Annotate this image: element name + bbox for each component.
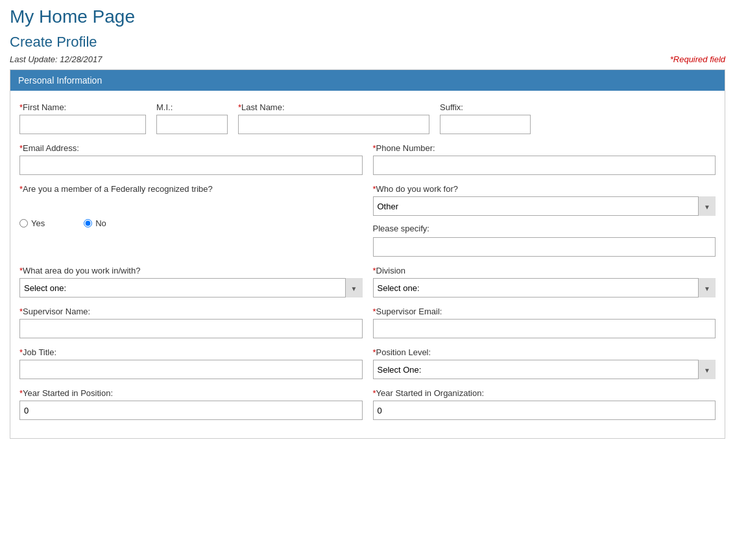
section-header: Personal Information	[10, 70, 725, 91]
no-radio-item: No	[84, 218, 106, 228]
year-position-group: *Year Started in Position:	[19, 388, 363, 420]
mi-label: M.I.:	[156, 102, 228, 112]
job-title-input[interactable]	[19, 360, 363, 379]
form-container: Personal Information *First Name: M.I.: …	[10, 69, 725, 439]
division-group: *Division Select one: Division 1 Divisio…	[373, 266, 716, 298]
form-body: *First Name: M.I.: *Last Name: Suffix: *…	[10, 91, 725, 438]
phone-input[interactable]	[373, 156, 716, 175]
area-label: *What area do you work in/with?	[19, 266, 363, 275]
no-radio[interactable]	[84, 219, 92, 228]
suffix-input[interactable]	[440, 115, 531, 134]
position-level-select-wrapper: Select One: Entry Level Mid Level Senior…	[373, 360, 716, 379]
last-name-input[interactable]	[238, 115, 429, 134]
phone-group: *Phone Number:	[373, 143, 716, 175]
first-name-label: *First Name:	[19, 102, 146, 112]
required-note: *Required field	[670, 54, 725, 64]
position-level-select[interactable]: Select One: Entry Level Mid Level Senior…	[373, 360, 716, 379]
mi-input[interactable]	[156, 115, 228, 134]
job-position-row: *Job Title: *Position Level: Select One:…	[19, 347, 716, 379]
suffix-group: Suffix:	[440, 102, 531, 134]
supervisor-name-input[interactable]	[19, 319, 363, 338]
supervisor-email-input[interactable]	[373, 319, 716, 338]
supervisor-name-label: *Supervisor Name:	[19, 307, 363, 316]
supervisor-email-label: *Supervisor Email:	[373, 307, 716, 316]
division-select-wrapper: Select one: Division 1 Division 2 Divisi…	[373, 278, 716, 298]
tribe-group: *Are you a member of a Federally recogni…	[19, 184, 363, 231]
no-label: No	[95, 218, 106, 228]
mi-group: M.I.:	[156, 102, 228, 134]
year-row: *Year Started in Position: *Year Started…	[19, 388, 716, 420]
email-label: *Email Address:	[19, 143, 363, 153]
year-org-group: *Year Started in Organization:	[373, 388, 716, 420]
supervisor-row: *Supervisor Name: *Supervisor Email:	[19, 307, 716, 338]
tribe-work-row: *Are you a member of a Federally recogni…	[19, 184, 716, 257]
job-title-label: *Job Title:	[19, 347, 363, 357]
tribe-radio-row: Yes No	[19, 216, 363, 231]
supervisor-email-group: *Supervisor Email:	[373, 307, 716, 338]
yes-label: Yes	[31, 218, 45, 228]
phone-label: *Phone Number:	[373, 143, 716, 153]
work-for-group: *Who do you work for? Other Federal Agen…	[373, 184, 716, 257]
year-position-label: *Year Started in Position:	[19, 388, 363, 398]
supervisor-name-group: *Supervisor Name:	[19, 307, 363, 338]
work-for-select[interactable]: Other Federal Agency Tribal Government S…	[373, 196, 716, 216]
yes-radio[interactable]	[19, 219, 28, 228]
work-for-select-wrapper: Other Federal Agency Tribal Government S…	[373, 196, 716, 216]
meta-row: Last Update: 12/28/2017 *Required field	[10, 54, 725, 64]
division-label: *Division	[373, 266, 716, 275]
name-row: *First Name: M.I.: *Last Name: Suffix:	[19, 102, 716, 134]
job-title-group: *Job Title:	[19, 347, 363, 379]
please-specify-label: Please specify:	[373, 224, 716, 233]
suffix-label: Suffix:	[440, 102, 531, 112]
please-specify-input[interactable]	[373, 237, 716, 257]
last-name-label: *Last Name:	[238, 102, 429, 112]
area-select[interactable]: Select one: Area 1 Area 2 Area 3	[19, 278, 363, 298]
page-title: My Home Page	[10, 6, 725, 27]
yes-radio-item: Yes	[19, 218, 45, 228]
first-name-group: *First Name:	[19, 102, 146, 134]
year-position-input[interactable]	[19, 401, 363, 420]
year-org-label: *Year Started in Organization:	[373, 388, 716, 398]
email-phone-row: *Email Address: *Phone Number:	[19, 143, 716, 175]
form-title: Create Profile	[10, 34, 725, 51]
position-level-label: *Position Level:	[373, 347, 716, 357]
division-select[interactable]: Select one: Division 1 Division 2 Divisi…	[373, 278, 716, 298]
email-input[interactable]	[19, 156, 363, 175]
area-select-wrapper: Select one: Area 1 Area 2 Area 3	[19, 278, 363, 298]
tribe-label: *Are you a member of a Federally recogni…	[19, 184, 363, 194]
year-org-input[interactable]	[373, 401, 716, 420]
email-group: *Email Address:	[19, 143, 363, 175]
last-name-group: *Last Name:	[238, 102, 429, 134]
last-update: Last Update: 12/28/2017	[10, 54, 102, 64]
first-name-input[interactable]	[19, 115, 146, 134]
area-division-row: *What area do you work in/with? Select o…	[19, 266, 716, 298]
position-level-group: *Position Level: Select One: Entry Level…	[373, 347, 716, 379]
work-for-label: *Who do you work for?	[373, 184, 716, 194]
area-group: *What area do you work in/with? Select o…	[19, 266, 363, 298]
